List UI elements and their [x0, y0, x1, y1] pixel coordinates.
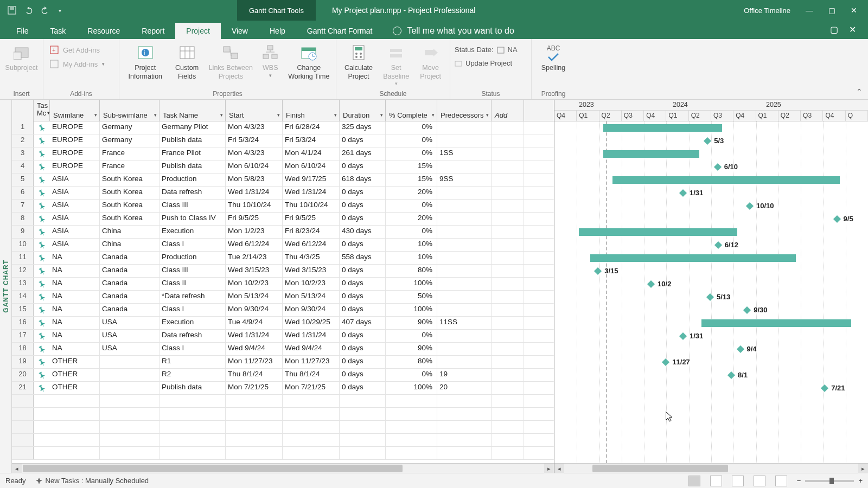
cell-taskname[interactable]: R2	[159, 369, 226, 381]
table-row[interactable]: 14NACanada*Data refreshMon 5/13/24Mon 5/…	[12, 291, 554, 304]
cell-swimlane[interactable]: NA	[50, 265, 100, 277]
cell-predecessors[interactable]	[437, 226, 492, 238]
cell-predecessors[interactable]	[437, 304, 492, 316]
task-mode-indicator[interactable]	[34, 343, 50, 355]
task-mode-indicator[interactable]	[34, 174, 50, 186]
task-mode-indicator[interactable]	[34, 121, 50, 134]
cell-taskname[interactable]: Data refresh	[159, 187, 226, 199]
cell-start[interactable]: Mon 9/30/24	[226, 304, 283, 316]
cell-swimlane[interactable]: EUROPE	[50, 147, 100, 160]
cell-predecessors[interactable]	[437, 160, 492, 173]
cell-complete[interactable]: 100%	[386, 304, 437, 316]
cell-predecessors[interactable]	[437, 121, 492, 134]
cell-start[interactable]: Tue 2/14/23	[226, 252, 283, 264]
gantt-bar[interactable]	[701, 319, 851, 327]
cell-add[interactable]	[492, 330, 524, 342]
milestone-marker[interactable]	[746, 202, 754, 210]
cell-predecessors[interactable]	[437, 343, 492, 355]
cell-add[interactable]	[492, 317, 524, 329]
cell-taskname[interactable]: Class III	[159, 265, 226, 277]
tab-report[interactable]: Report	[131, 23, 175, 39]
cell-subswimlane[interactable]	[100, 369, 159, 381]
cell-finish[interactable]: Wed 1/31/24	[283, 187, 340, 199]
cell-finish[interactable]: Wed 9/4/24	[283, 343, 340, 355]
row-number[interactable]: 10	[12, 239, 34, 251]
subproject-button[interactable]: Subproject	[4, 41, 39, 73]
task-mode-indicator[interactable]	[34, 330, 50, 342]
row-number[interactable]: 19	[12, 356, 34, 368]
my-addins-button[interactable]: My Add-ins▾	[48, 59, 107, 69]
gantt-scroll-left-icon[interactable]: ◂	[554, 464, 564, 473]
tab-resource[interactable]: Resource	[76, 23, 131, 39]
row-number[interactable]: 13	[12, 278, 34, 290]
cell-subswimlane[interactable]: USA	[100, 330, 159, 342]
cell-complete[interactable]: 0%	[386, 134, 437, 147]
table-row[interactable]: 2EUROPEGermanyPublish dataFri 5/3/24Fri …	[12, 134, 554, 147]
office-timeline-plugin[interactable]: Office Timeline	[744, 7, 790, 15]
row-number[interactable]: 2	[12, 134, 34, 147]
cell-finish[interactable]: Thu 4/3/25	[283, 252, 340, 264]
cell-complete[interactable]: 0%	[386, 226, 437, 238]
cell-swimlane[interactable]: NA	[50, 330, 100, 342]
cell-add[interactable]	[492, 187, 524, 199]
row-number[interactable]: 12	[12, 265, 34, 277]
zoom-in-icon[interactable]: +	[858, 477, 863, 485]
cell-swimlane[interactable]: OTHER	[50, 382, 100, 394]
cell-complete[interactable]: 10%	[386, 252, 437, 264]
milestone-marker[interactable]	[727, 371, 735, 379]
minimize-icon[interactable]: —	[806, 6, 813, 15]
cell-duration[interactable]: 0 days	[340, 265, 386, 277]
cell-complete[interactable]: 15%	[386, 174, 437, 186]
task-mode-indicator[interactable]	[34, 134, 50, 147]
tab-format[interactable]: Gantt Chart Format	[296, 23, 384, 39]
cell-complete[interactable]: 80%	[386, 356, 437, 368]
milestone-marker[interactable]	[714, 241, 722, 249]
cell-start[interactable]: Wed 1/31/24	[226, 187, 283, 199]
table-row-empty[interactable]	[12, 395, 554, 408]
cell-finish[interactable]: Wed 10/29/25	[283, 317, 340, 329]
cell-start[interactable]: Mon 1/2/23	[226, 226, 283, 238]
cell-subswimlane[interactable]: USA	[100, 317, 159, 329]
table-row[interactable]: 17NAUSAData refreshWed 1/31/24Wed 1/31/2…	[12, 330, 554, 343]
row-number[interactable]: 21	[12, 382, 34, 394]
cell-subswimlane[interactable]: France	[100, 147, 159, 160]
cell-duration[interactable]: 0 days	[340, 213, 386, 225]
cell-swimlane[interactable]: ASIA	[50, 226, 100, 238]
cell-subswimlane[interactable]: Canada	[100, 291, 159, 303]
milestone-marker[interactable]	[833, 215, 841, 223]
milestone-marker[interactable]	[743, 306, 751, 314]
cell-predecessors[interactable]: 11SS	[437, 317, 492, 329]
wbs-button[interactable]: WBS▾	[258, 41, 283, 79]
cell-add[interactable]	[492, 239, 524, 251]
table-row[interactable]: 10ASIAChinaClass IWed 6/12/24Wed 6/12/24…	[12, 239, 554, 252]
project-information-button[interactable]: iProject Information	[124, 41, 167, 81]
row-number[interactable]: 9	[12, 226, 34, 238]
table-row[interactable]: 21OTHERPublish dataMon 7/21/25Mon 7/21/2…	[12, 382, 554, 395]
cell-start[interactable]: Mon 11/27/23	[226, 356, 283, 368]
cell-complete[interactable]: 90%	[386, 343, 437, 355]
cell-taskname[interactable]: Publish data	[159, 382, 226, 394]
cell-duration[interactable]: 0 days	[340, 160, 386, 173]
task-mode-indicator[interactable]	[34, 265, 50, 277]
cell-add[interactable]	[492, 252, 524, 264]
qat-dropdown-icon[interactable]: ▾	[59, 8, 61, 14]
status-newtasks[interactable]: New Tasks : Manually Scheduled	[36, 477, 149, 485]
cell-start[interactable]: Mon 5/8/23	[226, 174, 283, 186]
cell-finish[interactable]: Mon 10/2/23	[283, 278, 340, 290]
table-row[interactable]: 16NAUSAExecutionTue 4/9/24Wed 10/29/2540…	[12, 317, 554, 330]
cell-finish[interactable]: Mon 9/30/24	[283, 304, 340, 316]
cell-finish[interactable]: Fri 9/5/25	[283, 213, 340, 225]
cell-start[interactable]: Mon 4/3/23	[226, 147, 283, 160]
cell-swimlane[interactable]: ASIA	[50, 187, 100, 199]
cell-taskname[interactable]: Push to Class IV	[159, 213, 226, 225]
view-gantt-button[interactable]	[688, 476, 700, 486]
cell-duration[interactable]: 325 days	[340, 121, 386, 134]
cell-predecessors[interactable]: 1SS	[437, 147, 492, 160]
get-addins-button[interactable]: +Get Add-ins	[48, 44, 107, 55]
cell-add[interactable]	[492, 200, 524, 212]
table-row[interactable]: 19OTHERR1Mon 11/27/23Mon 11/27/230 days8…	[12, 356, 554, 369]
cell-duration[interactable]: 0 days	[340, 330, 386, 342]
gantt-bar[interactable]	[603, 124, 723, 132]
cell-subswimlane[interactable]: Canada	[100, 252, 159, 264]
col-task-name[interactable]: Task Name▾	[159, 100, 226, 121]
